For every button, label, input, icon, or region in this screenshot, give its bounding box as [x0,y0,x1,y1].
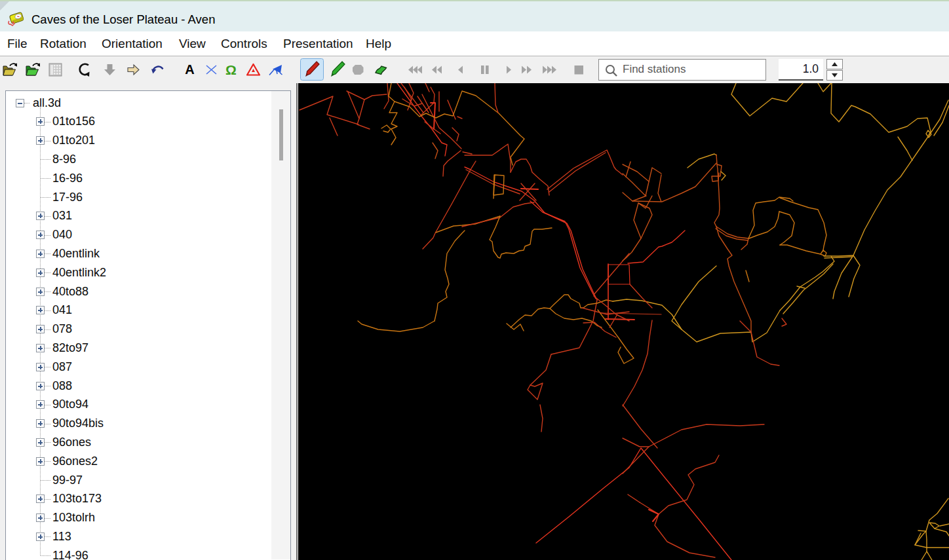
svg-text:Ω: Ω [225,62,237,77]
svg-text:A: A [185,62,194,77]
